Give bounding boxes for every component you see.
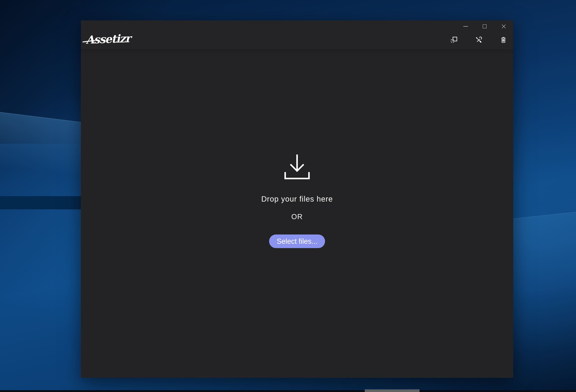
close-button[interactable] (494, 20, 513, 32)
resize-settings-button[interactable] (451, 36, 457, 43)
maximize-icon (483, 24, 487, 28)
app-toolbar (451, 36, 507, 43)
assetizr-window: Assetizr (81, 20, 513, 378)
minimize-button[interactable] (456, 20, 475, 32)
maximize-button[interactable] (475, 20, 494, 32)
titlebar-drag-region[interactable]: Assetizr (81, 20, 513, 49)
dropzone-or-divider: OR (81, 212, 513, 221)
tools-icon (475, 36, 482, 43)
dropzone-heading: Drop your files here (81, 194, 513, 204)
tools-settings-button[interactable] (475, 36, 482, 43)
resize-icon (451, 36, 457, 43)
app-logo: Assetizr (84, 28, 131, 51)
select-files-button[interactable]: Select files... (269, 235, 325, 248)
close-icon (501, 24, 506, 29)
wallpaper-dark-band-left (0, 196, 81, 209)
download-arrow-icon (284, 154, 310, 180)
background-window-fragment (365, 389, 420, 392)
file-drop-zone[interactable]: Drop your files here OR Select files... (81, 54, 513, 378)
window-controls (456, 20, 513, 32)
trash-icon (500, 36, 507, 43)
trash-button[interactable] (500, 36, 507, 43)
bottom-edge-strip (0, 390, 576, 392)
minimize-icon (463, 26, 468, 27)
